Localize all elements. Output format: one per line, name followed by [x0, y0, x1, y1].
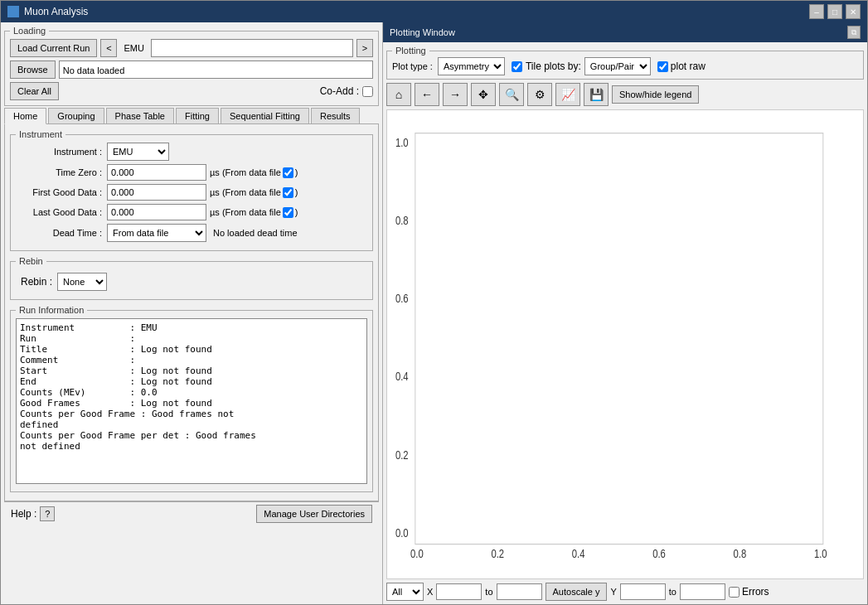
- svg-text:0.4: 0.4: [395, 370, 409, 383]
- no-data-label: No data loaded: [59, 60, 373, 79]
- last-good-checkbox[interactable]: [283, 207, 293, 218]
- instrument-label: Instrument :: [16, 147, 107, 157]
- rebin-row: Rebin : None Fixed Variable: [16, 269, 367, 294]
- time-zero-checkbox[interactable]: [283, 167, 293, 178]
- instrument-legend: Instrument: [16, 129, 65, 139]
- x-label: X: [427, 587, 433, 597]
- plot-area: 1.0 0.8 0.6 0.4 0.2 0.0 0.0 0.2 0.4 0.6 …: [386, 109, 864, 579]
- loading-row: Load Current Run < EMU >: [10, 39, 373, 57]
- manage-user-dirs-button[interactable]: Manage User Directories: [256, 505, 372, 523]
- plot-raw-checkbox[interactable]: [657, 61, 668, 72]
- run-number-input[interactable]: [151, 39, 353, 57]
- time-zero-paren: ): [295, 167, 298, 177]
- y-label: Y: [610, 587, 616, 597]
- rebin-select[interactable]: None Fixed Variable: [57, 273, 107, 291]
- tabs-bar: Home Grouping Phase Table Fitting Sequen…: [4, 108, 379, 124]
- show-hide-legend-button[interactable]: Show/hide legend: [612, 85, 699, 104]
- axis-controls: All Run 1 X to Autoscale y Y to Errors: [386, 579, 864, 601]
- plotting-controls-row: Plot type : Asymmetry Counts Frequency T…: [392, 57, 858, 75]
- home-toolbar-button[interactable]: ⌂: [386, 83, 411, 106]
- first-good-unit: µs (From data file ): [210, 187, 298, 198]
- rebin-section: Rebin Rebin : None Fixed Variable: [10, 256, 373, 300]
- tab-sequential-fitting[interactable]: Sequential Fitting: [221, 108, 309, 123]
- plotting-title: Plotting Window: [390, 27, 455, 37]
- dead-time-label: Dead Time :: [16, 228, 107, 238]
- plot-type-select[interactable]: Asymmetry Counts Frequency: [438, 57, 505, 75]
- title-bar-left: Muon Analysis: [7, 6, 88, 17]
- bottom-bar: Help : ? Manage User Directories: [4, 501, 379, 525]
- time-zero-unit-text: µs (From data file: [210, 167, 281, 177]
- svg-text:0.6: 0.6: [395, 293, 409, 305]
- run-info-textarea[interactable]: [16, 318, 367, 484]
- svg-text:0.8: 0.8: [395, 215, 409, 227]
- svg-text:0.8: 0.8: [734, 548, 747, 560]
- line-toolbar-button[interactable]: 📈: [555, 83, 580, 106]
- time-zero-input[interactable]: [107, 164, 206, 181]
- clear-all-button[interactable]: Clear All: [10, 82, 59, 100]
- plot-restore-button[interactable]: ⧉: [847, 26, 861, 39]
- y-to-input[interactable]: [680, 583, 725, 600]
- svg-text:0.0: 0.0: [395, 527, 409, 540]
- tile-plots-select[interactable]: Group/Pair Run: [584, 57, 651, 75]
- clear-row: Clear All Co-Add :: [10, 82, 373, 100]
- tab-grouping[interactable]: Grouping: [48, 108, 104, 123]
- maximize-button[interactable]: □: [827, 4, 842, 19]
- minimize-button[interactable]: –: [809, 4, 824, 19]
- x-from-input[interactable]: [436, 583, 482, 600]
- tile-plots-row: Tile plots by: Group/Pair Run: [512, 57, 651, 75]
- all-select[interactable]: All Run 1: [386, 583, 424, 601]
- run-info-legend: Run Information: [16, 305, 87, 315]
- load-current-run-button[interactable]: Load Current Run: [10, 39, 97, 57]
- plotting-toolbar: ⌂ ← → ✥ 🔍 ⚙ 📈 💾 Show/hide legend: [386, 83, 864, 106]
- last-good-unit-text: µs (From data file: [210, 207, 281, 217]
- nav-next-button[interactable]: >: [356, 39, 373, 57]
- last-good-unit: µs (From data file ): [210, 207, 298, 218]
- pan-toolbar-button[interactable]: ✥: [471, 83, 496, 106]
- main-content: Loading Load Current Run < EMU > Browse …: [1, 22, 867, 604]
- errors-row: Errors: [729, 586, 769, 598]
- tab-results[interactable]: Results: [311, 108, 360, 123]
- app-icon: [7, 6, 19, 17]
- rebin-legend: Rebin: [16, 256, 46, 266]
- autoscale-y-button[interactable]: Autoscale y: [546, 583, 608, 601]
- back-toolbar-button[interactable]: ←: [415, 83, 439, 106]
- first-good-checkbox[interactable]: [283, 187, 293, 198]
- app-title: Muon Analysis: [24, 6, 88, 17]
- browse-button[interactable]: Browse: [10, 60, 56, 79]
- title-bar: Muon Analysis – □ ✕: [1, 1, 867, 22]
- plotting-title-bar: Plotting Window ⧉: [383, 22, 867, 42]
- x-to-input[interactable]: [497, 583, 542, 600]
- close-button[interactable]: ✕: [846, 4, 861, 19]
- errors-checkbox[interactable]: [729, 587, 739, 598]
- title-bar-controls: – □ ✕: [809, 4, 861, 19]
- zoom-toolbar-button[interactable]: 🔍: [499, 83, 524, 106]
- forward-toolbar-button[interactable]: →: [443, 83, 468, 106]
- svg-text:0.2: 0.2: [491, 548, 504, 560]
- coadd-label: Co-Add :: [320, 85, 359, 97]
- tab-phase-table[interactable]: Phase Table: [106, 108, 174, 123]
- first-good-input[interactable]: [107, 184, 206, 201]
- help-row: Help : ?: [11, 506, 55, 521]
- last-good-input[interactable]: [107, 204, 206, 220]
- tile-plots-checkbox[interactable]: [512, 61, 522, 72]
- loading-legend: Loading: [10, 26, 49, 36]
- tab-home[interactable]: Home: [4, 108, 46, 124]
- svg-text:0.4: 0.4: [572, 548, 585, 560]
- save-toolbar-button[interactable]: 💾: [584, 83, 609, 106]
- dead-time-row: Dead Time : From data file None From fil…: [16, 224, 367, 242]
- svg-text:0.2: 0.2: [395, 449, 409, 462]
- nav-prev-button[interactable]: <: [100, 39, 117, 57]
- dead-time-select[interactable]: From data file None From file: [107, 224, 206, 242]
- no-dead-time-text: No loaded dead time: [213, 228, 298, 238]
- y-from-input[interactable]: [620, 583, 666, 600]
- last-good-paren: ): [295, 207, 298, 217]
- emu-label: EMU: [120, 41, 147, 55]
- plot-svg: 1.0 0.8 0.6 0.4 0.2 0.0 0.0 0.2 0.4 0.6 …: [387, 110, 863, 578]
- help-button[interactable]: ?: [40, 506, 55, 521]
- svg-text:0.0: 0.0: [410, 548, 424, 560]
- settings-toolbar-button[interactable]: ⚙: [527, 83, 552, 106]
- last-good-label: Last Good Data :: [16, 207, 107, 217]
- instrument-select[interactable]: EMU MUSR HIFI ARGUS: [107, 143, 169, 161]
- coadd-checkbox[interactable]: [362, 86, 373, 97]
- tab-fitting[interactable]: Fitting: [176, 108, 219, 123]
